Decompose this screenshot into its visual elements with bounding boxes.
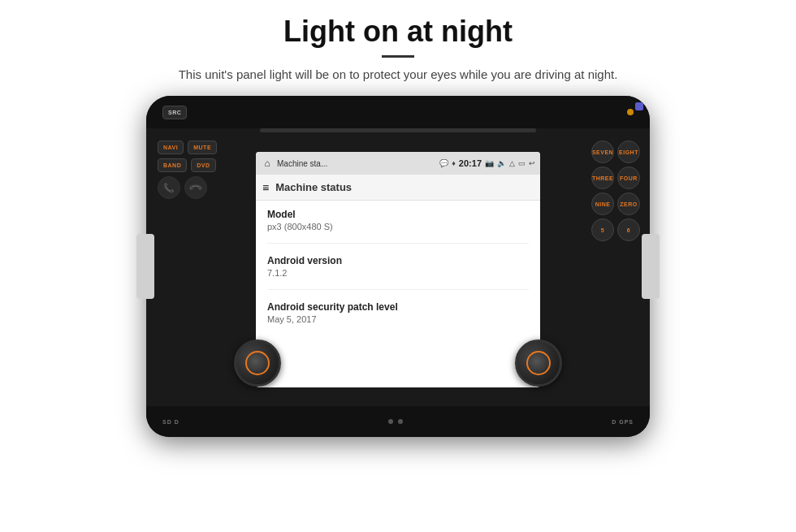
status-bar: ⌂ Machine sta... 💬 ♦ 20:17 📷 🔈 △ ▭ ↩ xyxy=(256,152,540,175)
security-patch-block: Android security patch level May 5, 2017 xyxy=(267,301,529,335)
zero-button[interactable]: ZERO xyxy=(617,192,640,215)
band-button[interactable]: BAND xyxy=(158,158,187,172)
warning-indicator xyxy=(627,109,634,115)
app-name: Machine sta... xyxy=(277,159,436,168)
bottom-right-label: D GPS xyxy=(612,419,634,425)
model-block: Model px3 (800x480 S) xyxy=(267,209,529,244)
right-row-2: THREE FOUR xyxy=(563,167,640,189)
right-row-4: 5 6 xyxy=(563,218,640,241)
navi-button[interactable]: NAVI xyxy=(158,141,184,154)
android-version-title: Android version xyxy=(267,255,529,266)
top-bar-right xyxy=(627,109,634,115)
security-patch-value: May 5, 2017 xyxy=(267,314,529,324)
six-button[interactable]: 6 xyxy=(617,218,640,241)
head-unit: SRC NAVI MUTE BAND xyxy=(146,96,650,437)
back-icon: ↩ xyxy=(529,159,535,167)
android-screen: ⌂ Machine sta... 💬 ♦ 20:17 📷 🔈 △ ▭ ↩ ≡ M… xyxy=(256,152,540,387)
upload-icon: △ xyxy=(509,159,515,167)
status-time: 20:17 xyxy=(459,158,482,168)
volume-icon: 🔈 xyxy=(497,159,506,167)
content-area: Model px3 (800x480 S) Android version 7.… xyxy=(256,201,540,355)
seven-button[interactable]: SEVEN xyxy=(591,141,614,163)
left-bracket xyxy=(136,234,154,299)
menu-icon[interactable]: ≡ xyxy=(262,181,269,194)
android-version-block: Android version 7.1.2 xyxy=(267,255,529,290)
phone-hang-button[interactable]: 📞 xyxy=(184,176,207,199)
left-knob-inner xyxy=(245,351,270,375)
bottom-left-label: SD D xyxy=(162,419,180,425)
left-row-2: BAND DVD xyxy=(158,158,231,172)
model-value: px3 (800x480 S) xyxy=(267,222,529,231)
right-knob-inner xyxy=(526,351,551,375)
right-row-3: NINE ZERO xyxy=(563,192,640,215)
bottom-bar: SD D D GPS xyxy=(146,406,650,437)
home-icon[interactable]: ⌂ xyxy=(261,157,274,170)
top-bar-left: SRC xyxy=(162,106,187,119)
action-bar: ≡ Machine status xyxy=(256,175,540,201)
location-icon: ♦ xyxy=(452,159,456,167)
left-row-3: 📞 📞 xyxy=(158,176,231,199)
right-panel: SEVEN EIGHT THREE FOUR NINE ZERO xyxy=(563,141,640,241)
phone-answer-button[interactable]: 📞 xyxy=(158,176,180,199)
five-button[interactable]: 5 xyxy=(591,218,614,241)
three-button[interactable]: THREE xyxy=(591,167,614,189)
four-button[interactable]: FOUR xyxy=(617,167,640,189)
status-icons: 💬 ♦ 20:17 📷 🔈 △ ▭ ↩ xyxy=(439,158,535,168)
message-icon: 💬 xyxy=(439,159,448,167)
dvd-button[interactable]: DVD xyxy=(191,158,215,172)
nine-button[interactable]: NINE xyxy=(591,192,614,215)
model-title: Model xyxy=(267,209,529,220)
screen-icon: ▭ xyxy=(518,159,526,167)
top-bar: SRC xyxy=(146,96,650,128)
page-subtitle: This unit's panel light will be on to pr… xyxy=(179,67,618,81)
left-row-1: NAVI MUTE xyxy=(158,141,231,154)
page: Light on at night This unit's panel ligh… xyxy=(0,0,796,532)
bottom-dots xyxy=(388,419,403,424)
mute-button[interactable]: MUTE xyxy=(188,141,217,154)
camera-icon: 📷 xyxy=(485,159,494,167)
action-bar-title: Machine status xyxy=(275,181,352,193)
src-button[interactable]: SRC xyxy=(162,106,187,119)
heading-divider xyxy=(382,55,414,58)
page-heading: Light on at night xyxy=(283,15,513,49)
left-knob[interactable] xyxy=(234,340,281,387)
right-knob[interactable] xyxy=(515,340,562,387)
cd-slot xyxy=(260,128,536,132)
bottom-dot-2 xyxy=(398,419,403,424)
right-row-1: SEVEN EIGHT xyxy=(563,141,640,163)
right-bracket xyxy=(642,234,660,299)
eight-button[interactable]: EIGHT xyxy=(617,141,640,163)
top-right-indicator xyxy=(635,102,643,110)
left-panel: NAVI MUTE BAND DVD 📞 📞 xyxy=(158,141,231,199)
android-version-value: 7.1.2 xyxy=(267,268,529,278)
bottom-dot-1 xyxy=(388,419,393,424)
security-patch-title: Android security patch level xyxy=(267,301,529,313)
